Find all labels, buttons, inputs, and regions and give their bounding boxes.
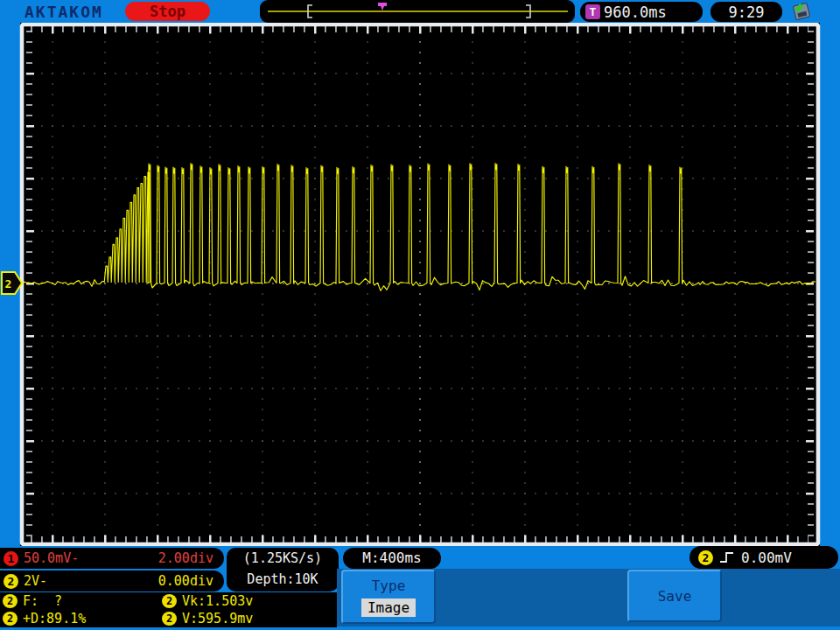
- meas-ch-badge: 2: [3, 612, 18, 626]
- save-button-label: Save: [658, 588, 692, 605]
- acquisition-status: (1.25KS/s) Depth:10K: [227, 548, 339, 592]
- trigger-position-graphic: [260, 0, 575, 23]
- measurement-frequency: 2 F: ?: [3, 593, 62, 609]
- channel2-offset: 0.00div: [158, 573, 214, 589]
- channel2-position-marker-label: 2: [5, 277, 12, 290]
- measurement-vk: 2 Vk:1.503v: [162, 593, 253, 609]
- channel1-badge: 1: [4, 551, 18, 566]
- type-button-value: Image: [361, 598, 416, 617]
- clock-pill: 9:29: [710, 2, 782, 22]
- oscilloscope-ui: 2 AKTAKOM Stop T 960.0ms 9:29: [0, 0, 840, 630]
- run-state-badge: Stop: [125, 2, 210, 21]
- timebase-status: M:400ms: [343, 548, 441, 569]
- trigger-level-status: 2 0.00mV: [690, 546, 838, 569]
- channel2-badge: 2: [4, 574, 18, 589]
- bottom-status-bar: 1 50.0mV- 2.00div 2 2V- 0.00div (1.25KS/…: [0, 546, 840, 630]
- channel2-status: 2 2V- 0.00div: [0, 570, 224, 592]
- memory-depth: Depth:10K: [227, 569, 339, 590]
- measurement-row: 2 F: ? 2 Vk:1.503v: [0, 592, 337, 610]
- trigger-time-icon: T: [585, 4, 600, 19]
- type-button[interactable]: Type Image: [341, 570, 436, 624]
- measurement-duty: 2 +D:89.1%: [3, 611, 86, 626]
- meas-label: +D:89.1%: [23, 611, 86, 626]
- meas-ch-badge: 2: [3, 594, 18, 608]
- meas-ch-badge: 2: [162, 612, 177, 626]
- usb-storage-icon: [789, 1, 814, 23]
- channel1-scale: 50.0mV-: [24, 550, 79, 566]
- clock-value: 9:29: [729, 4, 765, 21]
- meas-label: F: ?: [23, 593, 62, 609]
- trigger-time-pill: T 960.0ms: [580, 2, 703, 22]
- channel2-scale: 2V-: [24, 573, 47, 589]
- measurement-panel: 2 F: ? 2 Vk:1.503v 2 +D:89.1% 2 V:595.9m…: [0, 592, 337, 627]
- rising-edge-icon: [719, 550, 735, 564]
- measurement-voltage: 2 V:595.9mv: [162, 611, 253, 626]
- trigger-position-marker-icon: [378, 3, 387, 10]
- measurement-row: 2 +D:89.1% 2 V:595.9mv: [0, 610, 337, 627]
- meas-label: Vk:1.503v: [182, 593, 253, 609]
- trigger-time-value: 960.0ms: [604, 4, 667, 21]
- channel1-offset: 2.00div: [158, 550, 214, 566]
- meas-ch-badge: 2: [162, 594, 177, 608]
- save-button[interactable]: Save: [627, 570, 722, 622]
- trigger-level-value: 0.00mV: [741, 550, 792, 566]
- meas-label: V:595.9mv: [182, 611, 253, 626]
- sample-rate: (1.25KS/s): [227, 548, 339, 569]
- trigger-source-badge: 2: [698, 550, 713, 565]
- trigger-position-bar: [260, 0, 575, 23]
- brand-label: AKTAKOM: [24, 3, 103, 21]
- type-button-label: Type: [372, 578, 406, 594]
- waveform-display: 2: [0, 0, 840, 630]
- top-status-bar: AKTAKOM Stop T 960.0ms 9:29: [0, 0, 840, 23]
- channel1-status: 1 50.0mV- 2.00div: [0, 548, 224, 569]
